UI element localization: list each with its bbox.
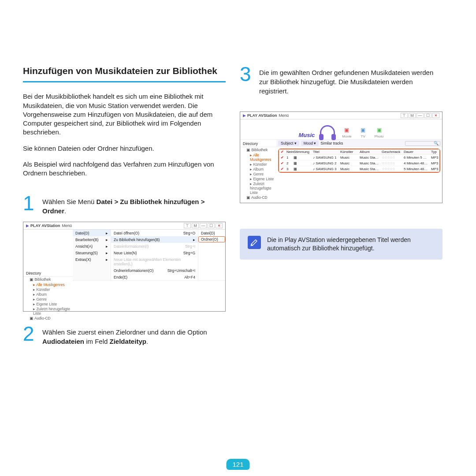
menu-steuerung[interactable]: Steuerung(S)▸ [73,249,111,256]
tree-eigene-liste-2[interactable]: ▸ Eigene Liste [250,176,276,181]
intro-p2: Sie können Dateien oder Ordner hinzufüge… [23,144,226,153]
window-maximize-icon[interactable]: M [409,113,416,118]
window-minimize-icon[interactable]: — [416,113,424,118]
col-album[interactable]: Album [358,149,380,154]
window-close-icon[interactable]: × [216,223,223,228]
directory-label: Directory [23,270,73,277]
col-nein[interactable]: Nein [285,149,292,154]
hero-movie-tab[interactable]: ▣Movie [342,126,351,138]
window-pin-icon[interactable]: ⊤ [184,223,191,228]
track-row[interactable]: ✔2▦♪ SAMSUNG 2MusicMusic Sta…☆☆☆☆☆4 Minu… [279,160,439,166]
menu-bearbeiten[interactable]: Bearbeiten(B)▸ [73,236,111,243]
step-1-number: 1 [23,194,38,212]
filter-similar[interactable]: Similar tracks [320,141,343,145]
tree-album-2[interactable]: ▸ Album [250,167,276,171]
search-input[interactable]: 🔍 [405,141,440,146]
step-3-number: 3 [240,65,255,83]
note-pencil-icon [248,236,261,249]
note-text: Die in Play AVStation wiedergegebenen Ti… [267,236,435,253]
step-2-text: Wählen Sie zuerst einen Zielordner und d… [42,325,226,346]
left-column: Hinzufügen von Musikdateien zur Biblioth… [23,65,226,352]
app-titlebar-2: ▶ PLAY AVStation Menü ⊤ M — ☐ × [240,112,442,119]
step-2: 2 Wählen Sie zuerst einen Zielordner und… [23,325,226,346]
col-titel[interactable]: Titel [312,149,339,154]
headphones-icon [320,125,335,138]
menu-level-2: Datei öffnen(O)Strg+O Zu Bibliothek hinz… [111,230,198,280]
app-logo-icon: ▶ [26,223,29,228]
tree-kunstler-2[interactable]: ▸ Künstler [250,162,276,167]
col-kunstler[interactable]: Künstler [339,149,358,154]
tree-audio-cd[interactable]: ▣ Audio-CD [23,316,73,321]
filter-mood[interactable]: Mood ▾ [301,141,319,146]
window-controls: ⊤ M — ☐ × [184,223,223,228]
window-minimize-icon[interactable]: — [200,223,207,228]
screenshot-menu: ▶ PLAY AVStation Menü ⊤ M — ☐ × Director… [23,222,226,312]
tree-bibliothek[interactable]: ▣ Bibliothek [23,277,73,282]
app-title-2: PLAY AVStation [247,113,277,118]
step-1-text: Wählen Sie Menü Datei > Zu Bibliothek hi… [42,194,226,216]
menu-submenu-datei[interactable]: Datei(D) [198,230,225,236]
tree-alle-musikgenres-2[interactable]: ▸ Alle Musikgenres [250,152,276,162]
menu-neue-liste-aus: Neue Liste mit ausgewählten Elementen er… [111,256,198,267]
window-controls-2: ⊤ M — ☐ × [401,113,439,118]
menu-zu-bibliothek[interactable]: Zu Bibliothek hinzufügen(B)▸ [111,236,198,243]
app-menu-label-2[interactable]: Menü [279,113,289,118]
window-close-icon[interactable]: × [432,113,439,118]
tree-zuletzt-2[interactable]: ▸ Zuletzt hinzugefügte Liste [250,181,276,195]
window-restore-icon[interactable]: ☐ [208,223,215,228]
track-row[interactable]: ✔3▦♪ SAMSUNG 3MusicMusic Sta…☆☆☆☆☆5 Minu… [279,166,439,172]
menu-dropdown-area: Datei(D)▸ Bearbeiten(B)▸ Ansicht(A)▸ Ste… [73,230,225,323]
intro-p3: Als Beispiel wird nachfolgend das Verfah… [23,160,226,178]
menu-ende[interactable]: Ende(E)Alt+F4 [111,274,198,280]
tree-alle-musikgenres[interactable]: ▸ Alle Musikgenres [33,282,73,287]
tree-kunstler[interactable]: ▸ Künstler [33,287,73,292]
sidebar-2: Directory ▣ Bibliothek ▸ Alle Musikgenre… [240,140,276,201]
hero-tv-tab[interactable]: ▣TV [359,126,368,138]
page-number: 121 [226,461,249,468]
menu-submenu-ordner[interactable]: Ordner(O) [198,236,225,242]
hero-bar: Music ▣Movie ▣TV ▣Photo [240,119,442,140]
menu-level-1: Datei(D)▸ Bearbeiten(B)▸ Ansicht(A)▸ Ste… [73,230,111,280]
track-list-highlighted: ✔ Nein Stimmung Titel Künstler Album Ges… [278,149,440,173]
menu-datei[interactable]: Datei(D)▸ [73,230,111,236]
list-header: ✔ Nein Stimmung Titel Künstler Album Ges… [279,149,439,155]
hero-photo-tab[interactable]: ▣Photo [375,126,384,138]
track-row[interactable]: ✔1▦♪ SAMSUNG 1MusicMusic Sta…☆☆☆☆☆6 Minu… [279,155,439,160]
menu-ansicht[interactable]: Ansicht(A)▸ [73,243,111,249]
col-dauer[interactable]: Dauer [402,149,430,154]
tree-album[interactable]: ▸ Album [33,292,73,297]
menu-neue-liste[interactable]: Neue Liste(N)Strg+G [111,249,198,256]
col-typ[interactable]: Typ [430,149,439,154]
window-maximize-icon[interactable]: M [192,223,199,228]
filter-subject[interactable]: Subject ▾ [278,141,299,146]
intro-p1: Bei der Musikbibliothek handelt es sich … [23,92,226,137]
col-stimmung[interactable]: Stimmung [292,149,312,154]
menu-extras[interactable]: Extras(X)▸ [73,256,111,263]
col-check[interactable]: ✔ [279,149,285,154]
screenshot-library: ▶ PLAY AVStation Menü ⊤ M — ☐ × Music ▣M… [240,112,443,203]
window-pin-icon[interactable]: ⊤ [401,113,408,118]
heading-rule [23,81,226,82]
menu-level-3: Datei(D) Ordner(O) [198,230,225,280]
hero-music-tab[interactable]: Music [298,132,315,138]
right-column: 3 Die im gewählten Ordner gefundenen Mus… [240,65,443,352]
section-heading: Hinzufügen von Musikdateien zur Biblioth… [23,65,226,77]
tree-audio-cd-2[interactable]: ▣ Audio-CD [240,195,276,200]
directory-label-2: Directory [240,141,276,147]
col-geschmack[interactable]: Geschmack [380,149,402,154]
tree-genre[interactable]: ▸ Genre [33,297,73,301]
tree-eigene-liste[interactable]: ▸ Eigene Liste [33,301,73,306]
app-title: PLAY AVStation [30,223,60,228]
step-1: 1 Wählen Sie Menü Datei > Zu Bibliothek … [23,194,226,216]
menu-datei-oeffnen[interactable]: Datei öffnen(O)Strg+O [111,230,198,236]
app-menu-label[interactable]: Menü [62,223,72,228]
tree-genre-2[interactable]: ▸ Genre [250,171,276,176]
menu-ordnerinfo[interactable]: Ordnerinformationen(O)Strg+Umschalt+I [111,267,198,274]
menu-dateiinfo: Dateiinformationen(I)Strg+I [111,243,198,249]
window-restore-icon[interactable]: ☐ [424,113,431,118]
tree-zuletzt[interactable]: ▸ Zuletzt hinzugefügte Liste [33,306,73,316]
step-3-text: Die im gewählten Ordner gefundenen Musik… [259,65,443,96]
app-logo-icon: ▶ [243,113,246,118]
sidebar: Directory ▣ Bibliothek ▸ Alle Musikgenre… [23,230,73,323]
tree-bibliothek-2[interactable]: ▣ Bibliothek [240,147,276,152]
